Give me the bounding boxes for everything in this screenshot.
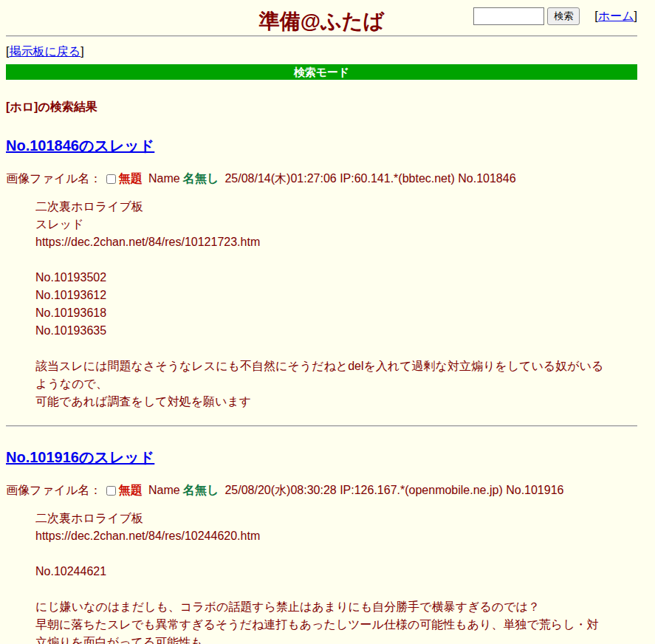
thread-section: No.101916のスレッド 画像ファイル名：無題 Name名無し 25/08/… [6,427,637,644]
name-label: Name [148,484,180,496]
post-meta: 25/08/20(水)08:30:28 IP:126.167.*(openmob… [224,484,563,496]
back-to-board-link[interactable]: 掲示板に戻る [9,45,80,58]
name-label: Name [148,172,180,185]
post-name: 名無し [183,172,219,185]
back-link-line: [掲示板に戻る] [6,44,637,60]
delete-checkbox[interactable] [106,486,116,496]
thread-title-link[interactable]: No.101916のスレッド [6,448,154,467]
post-body: 二次裏ホロライブ板 https://dec.2chan.net/84/res/1… [35,510,608,644]
home-link-wrap: [ホーム] [594,9,637,24]
file-label: 画像ファイル名： [6,484,102,496]
post-meta: 25/08/14(木)01:27:06 IP:60.141.*(bbtec.ne… [224,172,515,185]
search-button[interactable]: 検索 [547,7,580,25]
thread-section: No.101846のスレッド 画像ファイル名：無題 Name名無し 25/08/… [6,115,637,411]
search-mode-bar: 検索モード [6,64,637,80]
post-header: 画像ファイル名：無題 Name名無し 25/08/14(木)01:27:06 I… [6,171,637,187]
post-subject: 無題 [119,484,143,496]
results-heading: [ホロ]の検索結果 [6,100,637,115]
post-header: 画像ファイル名：無題 Name名無し 25/08/20(水)08:30:28 I… [6,482,637,499]
delete-checkbox[interactable] [106,174,116,184]
divider [6,35,637,37]
home-link[interactable]: ホーム [598,10,634,22]
file-label: 画像ファイル名： [6,172,102,185]
thread-title-link[interactable]: No.101846のスレッド [6,136,154,156]
page-title: 準備@ふたば [259,7,384,35]
search-form: 検索 [ホーム] [473,7,637,25]
post-body: 二次裏ホロライブ板 スレッド https://dec.2chan.net/84/… [35,198,608,411]
post-name: 名無し [183,484,219,496]
search-input[interactable] [473,7,544,25]
post-subject: 無題 [119,172,143,185]
top-bar: 準備@ふたば 検索 [ホーム] [6,6,637,34]
bracket-close: ] [80,45,83,58]
bracket-close: ] [634,10,637,22]
